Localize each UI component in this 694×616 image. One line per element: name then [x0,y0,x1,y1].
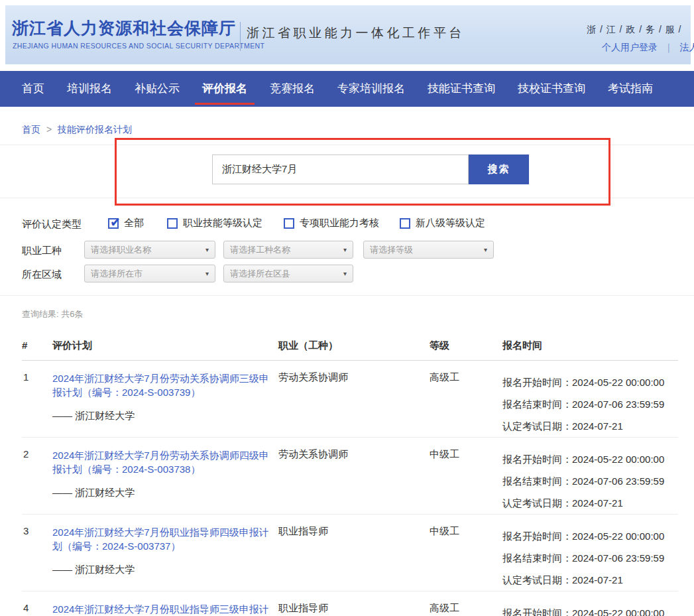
plan-cell: 2024年浙江财经大学7月份劳动关系协调师三级申报计划（编号：2024-S-00… [52,371,278,437]
table-row: 3 2024年浙江财经大学7月份职业指导师四级申报计划（编号：2024-S-00… [22,515,678,591]
login-separator: ｜ [664,42,673,52]
checkbox-new-eight-level-cert[interactable]: 新八级等级认定 [400,217,485,229]
plan-cell: 2024年浙江财经大学7月份职业指导师三级申报计划（编号：2024-S-0037… [52,602,278,616]
plan-link[interactable]: 2024年浙江财经大学7月份职业指导师三级申报计划（编号：2024-S-0037… [52,602,278,616]
checkbox-icon [167,218,178,229]
breadcrumb-home-link[interactable]: 首页 [22,124,40,135]
chevron-down-icon: ▾ [205,270,209,277]
filter-region-label: 所在区域 [22,269,62,281]
nav-item-training-signup[interactable]: 培训报名 [67,71,112,107]
search-button[interactable]: 搜索 [469,154,529,184]
platform-title: 浙江省职业能力一体化工作平台 [247,25,465,42]
nav-item-competition-signup[interactable]: 竞赛报名 [270,71,315,107]
checkbox-icon [108,218,119,229]
level: 中级工 [430,525,502,591]
col-occupation: 职业（工种） [278,339,430,352]
signup-times: 报名开始时间：2024-05-22 00:00:00 报名结束时间：2024-0… [502,448,678,514]
logo-subtitle: ZHEJIANG HUMAN RESOURCES AND SOCIAL SECU… [13,42,264,50]
occupation: 职业指导师 [278,525,430,591]
col-level: 等级 [430,339,502,352]
organization: —— 浙江财经大学 [52,564,278,576]
start-time: 2024-05-22 00:00:00 [572,377,664,388]
breadcrumb-current: 技能评价报名计划 [58,124,132,135]
exam-date: 2024-07-21 [572,420,623,432]
signup-times: 报名开始时间：2024-05-22 00:00:00 报名结束时间：2024-0… [502,602,678,616]
plan-cell: 2024年浙江财经大学7月份劳动关系协调师四级申报计划（编号：2024-S-00… [52,448,278,514]
breadcrumb: 首页 > 技能评价报名计划 [22,124,132,136]
divider [0,295,694,296]
plan-link[interactable]: 2024年浙江财经大学7月份劳动关系协调师四级申报计划（编号：2024-S-00… [52,448,278,476]
row-index: 3 [22,525,52,591]
col-signup-time: 报名时间 [502,339,678,352]
end-time: 2024-07-06 23:59:59 [572,399,664,410]
organization: —— 浙江财经大学 [52,487,278,499]
select-worktype-name[interactable]: 请选择工种名称 ▾ [223,241,353,259]
col-index: # [22,339,52,352]
end-time: 2024-07-06 23:59:59 [572,475,664,487]
select-level[interactable]: 请选择等级 ▾ [363,241,494,259]
start-time: 2024-05-22 00:00:00 [572,454,664,465]
start-time: 2024-05-22 00:00:00 [572,607,664,616]
result-summary: 查询结果: 共6条 [22,308,83,320]
plan-cell: 2024年浙江财经大学7月份职业指导师四级申报计划（编号：2024-S-0037… [52,525,278,591]
organization: —— 浙江财经大学 [52,410,278,422]
table-row: 2 2024年浙江财经大学7月份劳动关系协调师四级申报计划（编号：2024-S-… [22,438,678,515]
start-time: 2024-05-22 00:00:00 [572,530,664,542]
chevron-down-icon: ▾ [484,246,487,253]
occupation: 劳动关系协调师 [278,448,430,514]
gov-services-slogan: 浙 / 江 / 政 / 务 / 服 / [587,24,681,36]
nav-item-evaluation-signup[interactable]: 评价报名 [202,71,247,107]
header-divider [240,22,241,51]
exam-date: 2024-07-21 [572,497,623,509]
occupation: 劳动关系协调师 [278,371,430,437]
row-index: 2 [22,448,52,514]
signup-times: 报名开始时间：2024-05-22 00:00:00 报名结束时间：2024-0… [502,371,678,437]
nav-item-subsidy-publicity[interactable]: 补贴公示 [135,71,180,107]
row-index: 4 [22,602,52,616]
col-plan: 评价计划 [52,339,278,352]
personal-login-link[interactable]: 个人用户登录 [602,42,658,52]
breadcrumb-separator: > [46,124,52,135]
plan-link[interactable]: 2024年浙江财经大学7月份劳动关系协调师三级申报计划（编号：2024-S-00… [52,371,278,399]
level: 中级工 [430,448,502,514]
results-table: # 评价计划 职业（工种） 等级 报名时间 1 2024年浙江财经大学7月份劳动… [22,332,678,616]
divider [0,198,694,198]
main-nav: 首页 培训报名 补贴公示 评价报名 竞赛报名 专家培训报名 技能证书查询 技校证… [0,71,694,107]
table-header-row: # 评价计划 职业（工种） 等级 报名时间 [22,332,678,361]
checkbox-icon [400,218,410,229]
login-links: 个人用户登录 ｜ 法人 [602,42,694,54]
checkbox-icon [284,218,294,229]
logo-title: 浙江省人力资源和社会保障厅 [12,17,236,39]
legal-login-link[interactable]: 法人 [680,42,694,52]
end-time: 2024-07-06 23:59:59 [572,552,664,564]
occupation: 职业指导师 [278,602,430,616]
checkbox-all[interactable]: 全部 [108,217,144,229]
site-header: 浙江省人力资源和社会保障厅 ZHEJIANG HUMAN RESOURCES A… [5,5,691,64]
page: 浙江省人力资源和社会保障厅 ZHEJIANG HUMAN RESOURCES A… [0,0,694,616]
divider [0,145,694,145]
filter-type-label: 评价认定类型 [22,218,82,231]
exam-date: 2024-07-21 [572,574,623,585]
filter-occupation-label: 职业工种 [22,245,62,257]
select-occupation-name[interactable]: 请选择职业名称 ▾ [84,241,215,259]
select-district[interactable]: 请选择所在区县 ▾ [223,265,353,282]
checkbox-skill-level-cert[interactable]: 职业技能等级认定 [167,217,262,229]
level: 高级工 [430,602,502,616]
table-row: 1 2024年浙江财经大学7月份劳动关系协调师三级申报计划（编号：2024-S-… [22,361,678,438]
plan-link[interactable]: 2024年浙江财经大学7月份职业指导师四级申报计划（编号：2024-S-0037… [52,525,278,553]
nav-item-expert-training-signup[interactable]: 专家培训报名 [337,71,405,107]
search-input[interactable] [212,154,469,184]
nav-item-school-cert-query[interactable]: 技校证书查询 [518,71,585,107]
nav-item-home[interactable]: 首页 [22,71,44,107]
row-index: 1 [22,371,52,437]
checkbox-special-ability-exam[interactable]: 专项职业能力考核 [284,217,379,229]
signup-times: 报名开始时间：2024-05-22 00:00:00 报名结束时间：2024-0… [502,525,678,591]
chevron-down-icon: ▾ [205,246,209,253]
nav-item-exam-guide[interactable]: 考试指南 [608,71,653,107]
chevron-down-icon: ▾ [343,246,347,253]
level: 高级工 [430,371,502,437]
table-row: 4 2024年浙江财经大学7月份职业指导师三级申报计划（编号：2024-S-00… [22,591,678,616]
select-city[interactable]: 请选择所在市 ▾ [84,265,215,282]
chevron-down-icon: ▾ [343,270,347,277]
nav-item-skill-cert-query[interactable]: 技能证书查询 [428,71,495,107]
